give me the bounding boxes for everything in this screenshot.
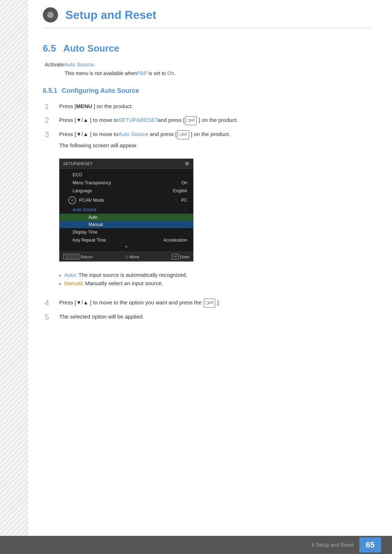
screen-icon: ⚙ <box>185 161 189 167</box>
screen-row-key-repeat: Key Repeat Time : Acceleration <box>60 236 193 244</box>
activate-after: . <box>94 61 95 67</box>
step-4: 4 Press [▼/▲ ] to move to the option you… <box>45 298 370 308</box>
page-footer: 6 Setup and Reset 65 <box>0 536 392 554</box>
key-repeat-value: Acceleration <box>163 238 187 243</box>
bullet-dot-1: ▸ <box>59 273 64 278</box>
bullet-manual-text: Manually select an input source. <box>83 280 163 286</box>
screen-scroll-indicator: ▼ <box>60 244 193 250</box>
screen-container: SETUP&RESET ⚙ ECO Menu Transparency <box>59 159 193 262</box>
chapter-icon-inner <box>47 12 54 18</box>
chapter-icon <box>43 7 58 22</box>
screen-row-menu-transparency: Menu Transparency : On <box>60 179 193 187</box>
language-label: Language <box>73 188 167 193</box>
step-5-number: 5 <box>45 312 59 322</box>
step-2-key: □/⏎ <box>185 116 197 125</box>
footer-page-number: 65 <box>359 537 381 553</box>
step-2: 2 Press [▼/▲ ] to move toSETUP&RESETand … <box>45 116 370 125</box>
left-stripe <box>0 0 28 554</box>
dropdown-manual: Manual <box>60 221 193 228</box>
activate-before: Activate <box>45 61 64 67</box>
bullet-auto-text: The input source is automatically recogn… <box>77 272 187 278</box>
step-1-content: Press [MENU ] on the product. <box>59 102 370 111</box>
section-number: 6.5 <box>43 43 56 54</box>
note-pbp: PBP <box>137 70 147 76</box>
screen-mockup: SETUP&RESET ⚙ ECO Menu Transparency <box>59 159 193 262</box>
step-3-sub: The following screen will appear. <box>59 142 138 148</box>
footer-section-label: 6 Setup and Reset <box>312 542 354 548</box>
display-time-label: Display Time <box>73 230 184 235</box>
bottom-return: ⬛⬛⬛ Return <box>63 254 93 259</box>
menu-transparency-value: On <box>181 180 187 185</box>
step-4-number: 4 <box>45 298 59 308</box>
screen-title-bar: SETUP&RESET ⚙ <box>60 159 193 169</box>
autosource-label: Auto Source <box>73 207 184 212</box>
section-heading: 6.5Auto Source <box>43 43 370 54</box>
enter-icon: ⏎ <box>172 254 179 259</box>
screen-row-eco: ECO <box>60 171 193 179</box>
note-on: On <box>167 70 174 76</box>
dropdown-auto: Auto <box>60 214 193 221</box>
screen-row-display-time: Display Time : <box>60 228 193 236</box>
bottom-move: ◇ Move <box>125 254 139 259</box>
bullet-auto-content: Auto: The input source is automatically … <box>64 272 187 278</box>
step-4-content: Press [▼/▲ ] to move to the option you w… <box>59 298 370 308</box>
autosource-dropdown: Auto Manual <box>60 214 193 228</box>
step-5: 5 The selected option will be applied. <box>45 312 370 322</box>
step-4-key: □/⏎ <box>204 299 215 308</box>
step-5-content: The selected option will be applied. <box>59 312 370 321</box>
step-2-number: 2 <box>45 116 59 125</box>
activate-text: ActivateAuto Source. <box>45 61 370 67</box>
subsection-number: 6.5.1 <box>43 87 57 94</box>
move-icon: ◇ <box>125 254 128 259</box>
subsection-title: Configuring Auto Source <box>62 87 139 94</box>
step-1: 1 Press [MENU ] on the product. <box>45 102 370 111</box>
bullet-auto: ▸ Auto: The input source is automaticall… <box>59 272 187 278</box>
bullet-dot-2: ▸ <box>59 281 64 286</box>
bullet-auto-link: Auto <box>64 272 75 278</box>
note-middle: is set to <box>147 70 167 76</box>
screen-row-autosource: Auto Source : Auto Manual <box>60 206 193 228</box>
bottom-enter: ⏎ Enter <box>172 254 189 259</box>
step-3-number: 3 <box>45 130 59 139</box>
bullet-manual-link: Manual <box>64 280 82 286</box>
pcav-value: PC <box>181 198 187 203</box>
bullet-list: ▸ Auto: The input source is automaticall… <box>59 272 187 288</box>
step-3: 3 Press [▼/▲ ] to move toAuto Source and… <box>45 130 370 294</box>
step-3-content: Press [▼/▲ ] to move toAuto Source and p… <box>59 130 230 139</box>
subsection-heading: 6.5.1Configuring Auto Source <box>43 87 370 95</box>
note-end: . <box>174 70 176 76</box>
screen-bottom-bar: ⬛⬛⬛ Return ◇ Move ⏎ Enter <box>60 252 193 261</box>
step-1-number: 1 <box>45 102 59 111</box>
section-title: Auto Source <box>63 43 119 54</box>
steps-list: 1 Press [MENU ] on the product. 2 Press … <box>45 102 370 322</box>
bullet-manual: ▸ Manual: Manually select an input sourc… <box>59 280 187 286</box>
language-value: English <box>173 188 187 193</box>
move-label: Move <box>130 255 139 259</box>
chapter-header: Setup and Reset <box>43 7 370 28</box>
menu-transparency-label: Menu Transparency <box>73 180 176 185</box>
activate-link: Auto Source <box>64 61 94 67</box>
return-icon: ⬛⬛⬛ <box>63 254 79 259</box>
step-3-link: Auto Source <box>118 131 148 137</box>
step-1-key: MENU <box>76 103 92 109</box>
page-content: Setup and Reset 6.5Auto Source ActivateA… <box>28 0 392 355</box>
note-before: This menu is not available when <box>65 70 137 76</box>
note-text: This menu is not available whenPBP is se… <box>65 70 370 76</box>
eco-label: ECO <box>73 172 187 177</box>
screen-row-language: Language : English <box>60 187 193 195</box>
key-repeat-label: Key Repeat Time <box>73 238 158 243</box>
pcav-label: PC/AV Mode <box>79 198 175 203</box>
step-3-key: □/⏎ <box>177 130 189 139</box>
return-label: Return <box>81 255 93 259</box>
screen-title: SETUP&RESET <box>63 161 93 166</box>
bullet-manual-content: Manual: Manually select an input source. <box>64 280 163 286</box>
step-2-link: SETUP&RESET <box>118 117 158 123</box>
screen-row-pcav: ⚙ PC/AV Mode : PC <box>60 195 193 206</box>
chapter-title: Setup and Reset <box>65 8 156 22</box>
screen-body: ECO Menu Transparency : On Languag <box>60 169 193 252</box>
enter-label: Enter <box>180 255 189 259</box>
step-2-content: Press [▼/▲ ] to move toSETUP&RESETand pr… <box>59 116 370 125</box>
